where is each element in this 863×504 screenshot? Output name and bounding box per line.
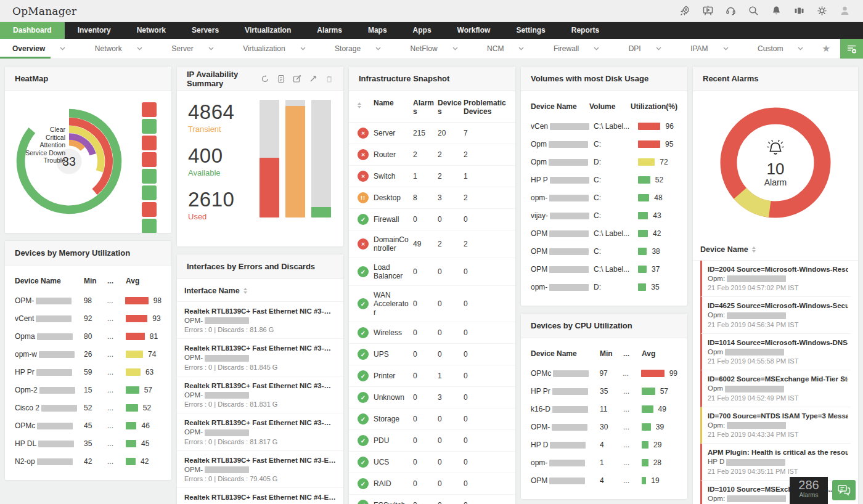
- table-row[interactable]: RAID 0 0 0: [349, 473, 515, 495]
- user-avatar-icon[interactable]: [839, 5, 851, 17]
- nav-tab[interactable]: Settings: [503, 22, 558, 39]
- legend-item[interactable]: Service Down: [5, 149, 65, 157]
- table-row[interactable]: WAN Accelerator 0 0 0: [349, 286, 515, 322]
- nav-tab[interactable]: Workflow: [444, 22, 504, 39]
- nav-tab[interactable]: Virtualization: [232, 22, 304, 39]
- chevron-down-icon[interactable]: [137, 47, 142, 51]
- table-row[interactable]: Server 215 20 7: [349, 123, 515, 144]
- heatmap-cell[interactable]: [142, 185, 157, 200]
- interface-item[interactable]: Realtek RTL8139C+ Fast Ethernet NIC #3-N…: [177, 339, 343, 376]
- table-row[interactable]: vijay- C: 43: [521, 206, 687, 224]
- table-row[interactable]: OPMc 97 ... 99: [521, 364, 687, 382]
- table-row[interactable]: Desktop 8 3 2: [349, 187, 515, 209]
- subnav-item-label[interactable]: IPAM: [690, 44, 708, 53]
- chevron-down-icon[interactable]: [594, 47, 599, 51]
- table-row[interactable]: Unknown 0 3 0: [349, 387, 515, 408]
- chevron-down-icon[interactable]: [452, 47, 458, 51]
- chevron-down-icon[interactable]: [375, 47, 381, 51]
- rocket-icon[interactable]: [679, 5, 691, 17]
- legend-item[interactable]: Attention: [5, 141, 65, 149]
- col-device-name[interactable]: Device Name: [531, 102, 589, 111]
- col-device-name[interactable]: Device Name: [531, 349, 600, 358]
- interface-item[interactable]: Realtek RTL8139C+ Fast Ethernet NIC #4-E…: [177, 488, 343, 504]
- heatmap-cell[interactable]: [142, 152, 157, 167]
- interface-item[interactable]: Realtek RTL8139C+ Fast Ethernet NIC #3-E…: [177, 451, 343, 488]
- table-row[interactable]: PDU 0 0 0: [349, 430, 515, 452]
- table-row[interactable]: Load Balancer 0 0 0: [349, 258, 515, 286]
- nav-tab[interactable]: Inventory: [65, 22, 124, 39]
- subnav-item-label[interactable]: Storage: [335, 44, 361, 53]
- chevron-down-icon[interactable]: [208, 47, 214, 51]
- nav-tab[interactable]: Servers: [179, 22, 232, 39]
- col-alarms[interactable]: Alarms: [413, 99, 438, 116]
- heatmap-cell[interactable]: [142, 136, 157, 150]
- table-row[interactable]: vCent 92 ... 93: [5, 309, 171, 327]
- table-row[interactable]: HP P C: 52: [521, 171, 687, 189]
- nav-tab[interactable]: Maps: [355, 22, 400, 39]
- refresh-icon[interactable]: [261, 75, 269, 83]
- subnav-item-label[interactable]: DPI: [629, 44, 641, 53]
- table-row[interactable]: OPM C:\ Label... 42: [521, 224, 687, 242]
- support-headset-icon[interactable]: [725, 5, 737, 17]
- table-row[interactable]: DomainController 49 2 2: [349, 230, 515, 258]
- ip-stat[interactable]: 4864 Transient: [188, 101, 234, 134]
- table-row[interactable]: Firewall 0 0 0: [349, 209, 515, 230]
- chevron-down-icon[interactable]: [518, 47, 524, 51]
- col-volume[interactable]: Volume: [589, 102, 631, 111]
- table-row[interactable]: HP Pr 35 ... 57: [521, 382, 687, 400]
- ip-stat[interactable]: 2610 Used: [188, 189, 234, 221]
- table-row[interactable]: HP D 4 ... 29: [521, 436, 687, 453]
- heatmap-cell[interactable]: [142, 102, 157, 117]
- table-row[interactable]: Router 2 2 2: [349, 144, 515, 166]
- subnav-item-label[interactable]: Overview: [12, 44, 45, 53]
- table-row[interactable]: OPMc 45 ... 46: [5, 417, 171, 434]
- ip-stat[interactable]: 400 Available: [188, 145, 234, 177]
- col-min[interactable]: Min: [600, 349, 623, 358]
- table-row[interactable]: UPS 0 0 0: [349, 344, 515, 365]
- table-row[interactable]: OPM C: 38: [521, 242, 687, 260]
- edit-icon[interactable]: [293, 75, 301, 83]
- nav-tab[interactable]: Dashboard: [0, 22, 65, 39]
- subnav-item-label[interactable]: NCM: [487, 44, 504, 53]
- col-avg[interactable]: Avg: [642, 349, 655, 358]
- alarm-item[interactable]: ID=1014 Source=Microsoft-Windows-DNS-Cli…: [700, 334, 851, 370]
- nav-tab[interactable]: Network: [124, 22, 179, 39]
- table-row[interactable]: N2-op 42 ... 42: [5, 452, 171, 470]
- list-header[interactable]: Device Name: [693, 238, 858, 261]
- add-dashboard-button[interactable]: [840, 39, 863, 59]
- interface-item[interactable]: Realtek RTL8139C+ Fast Ethernet NIC #3-W…: [177, 376, 343, 413]
- subnav-item-label[interactable]: NetFlow: [411, 44, 438, 53]
- alarm-item[interactable]: ID=1010 Source=MSExchangeFastS...e=2... …: [700, 481, 851, 504]
- subnav-item-label[interactable]: Virtualization: [243, 44, 285, 53]
- legend-item[interactable]: Clear: [5, 126, 65, 134]
- col-min[interactable]: Min: [84, 277, 107, 285]
- subnav-item-label[interactable]: Custom: [758, 44, 783, 53]
- table-row[interactable]: opm- D: 35: [521, 278, 687, 296]
- expand-icon[interactable]: [309, 75, 317, 83]
- table-row[interactable]: OPM C:\ Label... 37: [521, 260, 687, 278]
- table-row[interactable]: k16-D 11 ... 49: [521, 400, 687, 418]
- chevron-down-icon[interactable]: [300, 47, 306, 51]
- alarm-item[interactable]: ID=700 Source=NTDS ISAM Type=3 Message=N…: [700, 407, 851, 444]
- report-icon[interactable]: [277, 75, 285, 83]
- chevron-down-icon[interactable]: [656, 47, 661, 51]
- subnav-item-label[interactable]: Network: [95, 44, 122, 53]
- table-row[interactable]: Opm C: 95: [521, 135, 687, 153]
- alarm-item[interactable]: ID=6002 Source=MSExchange Mid-Tier Stora…: [700, 370, 851, 407]
- table-row[interactable]: Opm-2 15 ... 57: [5, 381, 171, 399]
- chat-button[interactable]: [832, 480, 856, 500]
- col-devices[interactable]: Devices: [438, 99, 464, 116]
- heatmap-cell[interactable]: [142, 202, 157, 217]
- table-row[interactable]: FCSwitch 0 0 0: [349, 495, 515, 504]
- table-row[interactable]: HP DL 35 ... 45: [5, 434, 171, 452]
- col-problematic[interactable]: Problematic Devices: [464, 99, 507, 116]
- alarm-item[interactable]: ID=2004 Source=Microsoft-Windows-Resourc…: [700, 261, 851, 297]
- table-row[interactable]: UCS 0 0 0: [349, 452, 515, 473]
- bell-icon[interactable]: [771, 5, 782, 17]
- chevron-down-icon[interactable]: [60, 47, 65, 51]
- settings-gear-icon[interactable]: [816, 5, 828, 17]
- alarm-item[interactable]: APM Plugin: Health is critical as the re…: [700, 444, 851, 480]
- table-row[interactable]: OPM 4 ... 19: [521, 471, 687, 489]
- table-row[interactable]: Opm D: 72: [521, 153, 687, 171]
- col-utilization[interactable]: Utilization(%): [631, 102, 677, 111]
